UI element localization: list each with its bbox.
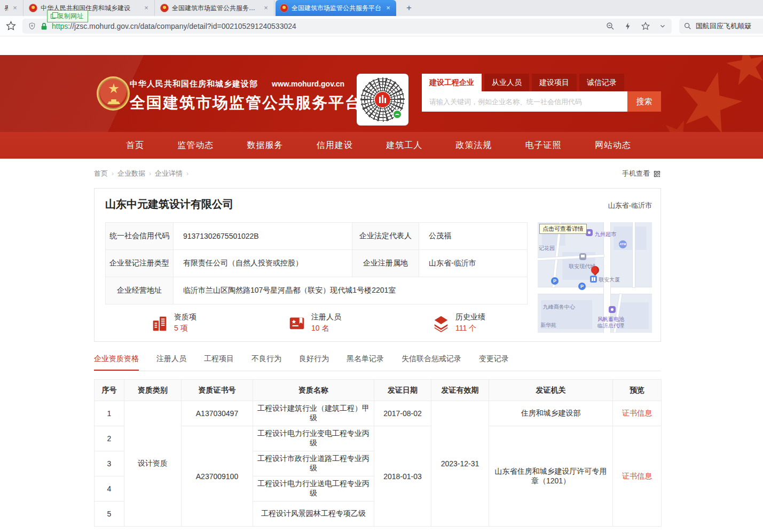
lock-icon[interactable]	[41, 22, 48, 30]
browser-quick-search[interactable]: 国航回应飞机颠簸	[679, 19, 763, 34]
tab-close-icon[interactable]	[143, 4, 150, 12]
map-pin-icon	[609, 306, 616, 313]
reg-region-label: 企业注册属地	[352, 250, 419, 277]
table-row: 1 设计资质 A137030497 工程设计建筑行业（建筑工程）甲级 2017-…	[95, 401, 662, 426]
browser-tab-jzsc[interactable]: 全国建筑市场监管公共服务平台	[156, 0, 274, 16]
stat-value: 5 项	[174, 324, 196, 333]
zoom-out-icon[interactable]	[605, 21, 615, 31]
building-icon	[151, 314, 169, 332]
reg-region-value: 山东省-临沂市	[419, 250, 528, 277]
breadcrumb-home[interactable]: 首页	[94, 169, 108, 178]
favorite-star-icon[interactable]	[641, 21, 650, 31]
nav-item-site-news[interactable]: 网站动态	[595, 140, 631, 151]
certificate-info-link[interactable]: 证书信息	[622, 409, 652, 417]
col-index: 序号	[95, 380, 124, 401]
search-tab-project[interactable]: 建设项目	[532, 74, 577, 91]
breadcrumb-company-data[interactable]: 企业数据	[117, 169, 145, 178]
cell-qualification-name: 工程设计风景园林工程专项乙级	[253, 502, 374, 527]
breadcrumb-company-detail[interactable]: 企业详情	[155, 169, 183, 178]
tab-close-icon[interactable]	[262, 4, 270, 12]
browser-tab-label: 界	[4, 4, 8, 13]
map-label: 联安大厦	[599, 276, 620, 284]
tab-close-icon[interactable]	[384, 4, 392, 12]
browser-tab-label: 全国建筑市场监管公共服务平台	[292, 4, 381, 13]
decor-star	[657, 114, 699, 132]
nav-item-supervision[interactable]: 监管动态	[177, 140, 214, 151]
map-area-shape	[613, 226, 647, 250]
url-text: https://jzsc.mohurd.gov.cn/data/company/…	[52, 22, 296, 30]
url-scheme: https	[52, 22, 68, 30]
flash-save-icon[interactable]	[624, 22, 632, 30]
cell-index: 1	[95, 401, 124, 426]
url-bar-actions	[605, 21, 666, 31]
quick-search-text: 国航回应飞机颠簸	[696, 21, 751, 31]
certificate-info-link[interactable]: 证书信息	[622, 472, 652, 480]
nav-item-policy[interactable]: 政策法规	[455, 140, 492, 151]
tab-dishonesty-records[interactable]: 失信联合惩戒记录	[402, 354, 461, 371]
search-tab-personnel[interactable]: 从业人员	[484, 74, 529, 91]
cell-cert-number: A237009100	[182, 426, 253, 527]
cell-index: 3	[95, 451, 124, 476]
page: 界 中华人民共和国住房和城乡建设 全国建筑市场监管公共服务平台 全国建筑市场监管…	[0, 0, 763, 532]
qr-code-card	[357, 74, 408, 126]
nav-item-data-service[interactable]: 数据服务	[247, 140, 284, 151]
tab-blacklist[interactable]: 黑名单记录	[347, 354, 384, 371]
nav-item-workers[interactable]: 建筑工人	[386, 140, 422, 151]
chevron-down-icon[interactable]	[659, 22, 666, 30]
tab-change-records[interactable]: 变更记录	[479, 354, 509, 371]
col-issuing-authority: 发证机关	[489, 380, 613, 401]
cell-qualification-name: 工程设计建筑行业（建筑工程）甲级	[253, 401, 374, 426]
col-valid-until: 发证有效期	[431, 380, 489, 401]
stat-history-performance[interactable]: 历史业绩 111 个	[432, 312, 485, 333]
map-parking-icon: P	[551, 277, 559, 285]
ministry-url: www.mohurd.gov.cn	[272, 80, 344, 88]
search-button[interactable]: 搜索	[627, 91, 661, 112]
cell-issue-date: 2018-01-03	[374, 426, 431, 527]
col-preview: 预览	[613, 380, 662, 401]
stat-label: 资质项	[174, 312, 196, 322]
emblem-star-icon	[108, 83, 119, 94]
browser-tab-active[interactable]: 全国建筑市场监管公共服务平台	[276, 0, 396, 16]
cell-issuing-authority: 住房和城乡建设部	[489, 401, 613, 426]
copy-url-tooltip: 复制网址	[47, 10, 88, 22]
map-panel[interactable]: 点击可查看详情 九州超市 ATM 记花园 联安现代城 联安大厦 P P 九峰商务…	[538, 222, 652, 333]
tab-qualifications[interactable]: 企业资质资格	[94, 354, 139, 371]
nav-item-home[interactable]: 首页	[126, 140, 144, 151]
emblem-gate-icon	[107, 99, 120, 104]
url-bar[interactable]: https://jzsc.mohurd.gov.cn/data/company/…	[22, 19, 672, 34]
bookmark-star-icon[interactable]	[5, 20, 17, 32]
cell-valid-until: 2023-12-31	[431, 401, 489, 527]
tab-projects[interactable]: 工程项目	[204, 354, 234, 371]
search-tab-credit[interactable]: 诚信记录	[579, 74, 624, 91]
site-header: 中华人民共和国住房和城乡建设部 www.mohurd.gov.cn 全国建筑市场…	[0, 55, 763, 132]
tab-bad-behavior[interactable]: 不良行为	[251, 354, 281, 371]
map-atm-icon: ATM	[619, 240, 627, 248]
stat-registered-personnel[interactable]: 注册人员 10 名	[288, 312, 341, 333]
tab-good-behavior[interactable]: 良好行为	[299, 354, 329, 371]
search-tab-enterprise[interactable]: 建设工程企业	[422, 74, 482, 91]
site-favicon-icon	[280, 4, 288, 12]
browser-tab-partial[interactable]: 界	[0, 0, 23, 16]
url-path: ://jzsc.mohurd.gov.cn/data/company/detai…	[68, 22, 296, 30]
shield-permissions-icon[interactable]	[28, 22, 36, 30]
company-info-table: 统一社会信用代码 91371302675501022B 企业法定代表人 公茂福 …	[105, 222, 528, 304]
stat-value: 10 名	[311, 324, 341, 333]
legal-rep-value: 公茂福	[419, 223, 528, 250]
tab-registered-personnel[interactable]: 注册人员	[156, 354, 186, 371]
tab-close-icon[interactable]	[11, 4, 19, 12]
keyword-search-input[interactable]	[422, 91, 627, 112]
stat-qualifications[interactable]: 资质项 5 项	[151, 312, 196, 333]
browser-tab-mohurd[interactable]: 中华人民共和国住房和城乡建设	[25, 0, 155, 16]
mobile-view-link[interactable]: 手机查看	[622, 169, 661, 178]
qr-code-pattern	[360, 77, 405, 122]
company-card: 山东中元建筑设计有限公司 山东省-临沂市 统一社会信用代码 9137130267…	[94, 188, 661, 342]
legal-rep-label: 企业法定代表人	[352, 223, 419, 250]
company-region: 山东省-临沂市	[608, 201, 652, 210]
nav-item-credit[interactable]: 信用建设	[317, 140, 353, 151]
nav-item-certificates[interactable]: 电子证照	[525, 140, 562, 151]
address-label: 企业经营地址	[106, 277, 174, 304]
new-tab-button[interactable]	[403, 2, 415, 14]
cell-cert-number: A137030497	[182, 401, 253, 426]
national-emblem-logo	[97, 76, 130, 111]
breadcrumb-separator: ›	[112, 170, 114, 177]
